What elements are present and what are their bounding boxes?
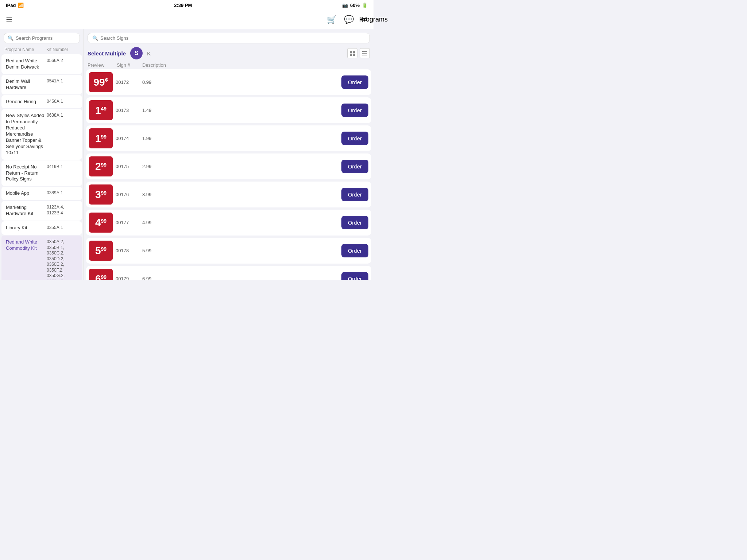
order-button[interactable]: Order [341,188,368,201]
sign-preview: 699 [89,269,113,280]
program-item[interactable]: Red and White Denim Dotwack 0566A.2 [1,54,82,74]
chat-icon[interactable]: 💬 [344,15,354,24]
sign-description: 0.99 [142,79,338,85]
programs-search-bar: 🔍 [4,33,80,43]
status-right: 📷 60% 🔋 [342,3,368,8]
sign-number: 00175 [116,164,139,169]
search-signs-input[interactable] [100,35,365,41]
main-layout: 🔍 Program Name Kit Number Red and White … [0,29,374,280]
program-name: Denim Wall Hardware [6,78,47,91]
cart-icon[interactable]: 🛒 [327,15,337,24]
sign-number: 00173 [116,108,139,113]
svg-rect-2 [350,54,352,56]
svg-rect-6 [362,55,367,55]
battery-label: 60% [350,3,360,8]
sign-preview: 499 [89,213,113,233]
sign-number: 00172 [116,79,139,85]
sign-item: 199 00174 1.99 Order [86,125,371,151]
program-name: Mobile App [6,190,47,197]
sign-preview: 299 [89,156,113,176]
program-kit: 0355A.1 [47,225,78,231]
programs-table-header: Program Name Kit Number [0,46,84,54]
sign-preview: 199 [89,128,113,148]
program-kit: 0638A.1 [47,113,78,118]
programs-list: Red and White Denim Dotwack 0566A.2 Deni… [0,54,84,280]
program-item[interactable]: Marketing Hardware Kit 0123A.4, 0123B.4 [1,201,82,221]
sign-description: 3.99 [142,192,338,197]
column-kit-number: Kit Number [46,47,79,52]
program-name: Library Kit [6,225,47,231]
svg-rect-5 [362,53,367,54]
signs-list: 99¢ 00172 0.99 Order 149 00173 1.49 Orde… [84,69,374,280]
program-item[interactable]: Denim Wall Hardware 0541A.1 [1,75,82,94]
status-left: iPad 📶 [6,3,24,8]
program-kit: 0350A.2, 0350B.1, 0350C.2, 0350D.2, 0350… [47,239,78,280]
sign-item: 599 00178 5.99 Order [86,238,371,264]
status-bar: iPad 📶 2:39 PM 📷 60% 🔋 [0,0,374,10]
signs-search-bar: 🔍 [88,33,370,43]
sign-preview: 149 [89,100,113,120]
header-title: Programs [359,16,374,23]
order-button[interactable]: Order [341,272,368,280]
order-button[interactable]: Order [341,160,368,173]
svg-rect-1 [353,51,355,53]
left-panel: 🔍 Program Name Kit Number Red and White … [0,29,84,280]
avatar-k[interactable]: K [147,50,151,57]
order-button[interactable]: Order [341,132,368,145]
sign-number: 00176 [116,192,139,197]
sign-preview: 399 [89,184,113,205]
sign-preview: 99¢ [89,72,113,92]
sign-item: 399 00176 3.99 Order [86,182,371,207]
svg-rect-4 [362,51,367,52]
search-programs-input[interactable] [16,35,76,41]
signs-search-icon: 🔍 [92,35,98,41]
program-item[interactable]: Library Kit 0355A.1 [1,221,82,235]
sign-number: 00177 [116,220,139,225]
column-sign-num: Sign # [117,62,142,68]
program-name: Marketing Hardware Kit [6,205,47,217]
column-program-name: Program Name [4,47,46,52]
program-kit: 0123A.4, 0123B.4 [47,205,78,216]
sign-description: 4.99 [142,220,338,225]
order-button[interactable]: Order [341,75,368,89]
battery-icon: 🔋 [362,3,368,8]
program-name: Red and White Denim Dotwack [6,58,47,70]
list-view-icon[interactable] [360,48,370,58]
program-kit: 0419B.1 [47,164,78,170]
signs-list-header: Preview Sign # Description [84,61,374,69]
order-button[interactable]: Order [341,244,368,257]
order-button[interactable]: Order [341,216,368,229]
view-toggle [347,48,370,58]
program-item[interactable]: No Receipt No Return - Return Policy Sig… [1,160,82,186]
sign-item: 99¢ 00172 0.99 Order [86,69,371,95]
sign-number: 00174 [116,136,139,141]
sign-preview: 599 [89,241,113,261]
column-preview: Preview [88,62,117,68]
program-item[interactable]: Mobile App 0389A.1 [1,187,82,200]
sign-description: 5.99 [142,248,338,253]
program-kit: 0456A.1 [47,99,78,105]
sign-number: 00179 [116,276,139,280]
program-name: New Styles Added to Permanently Reduced … [6,113,47,156]
sign-number: 00178 [116,248,139,253]
grid-view-icon[interactable] [347,48,357,58]
device-label: iPad [6,3,16,8]
status-time: 2:39 PM [174,3,192,8]
sign-description: 6.99 [142,276,338,280]
avatar-s[interactable]: S [130,47,143,59]
program-kit: 0389A.1 [47,190,78,196]
right-toolbar: Select Multiple S K [84,46,374,61]
program-name: No Receipt No Return - Return Policy Sig… [6,164,47,183]
sign-description: 1.99 [142,136,338,141]
program-item[interactable]: Generic Hiring 0456A.1 [1,95,82,109]
program-item[interactable]: Red and White Commodity Kit 0350A.2, 035… [1,236,82,280]
column-description: Description [142,62,370,68]
program-item[interactable]: New Styles Added to Permanently Reduced … [1,109,82,159]
wifi-icon: 📶 [18,3,24,8]
program-kit: 0566A.2 [47,58,78,64]
menu-button[interactable]: ☰ [6,15,12,24]
program-name: Red and White Commodity Kit [6,239,47,252]
select-multiple-button[interactable]: Select Multiple [88,50,126,57]
order-button[interactable]: Order [341,104,368,117]
sign-item: 299 00175 2.99 Order [86,153,371,179]
